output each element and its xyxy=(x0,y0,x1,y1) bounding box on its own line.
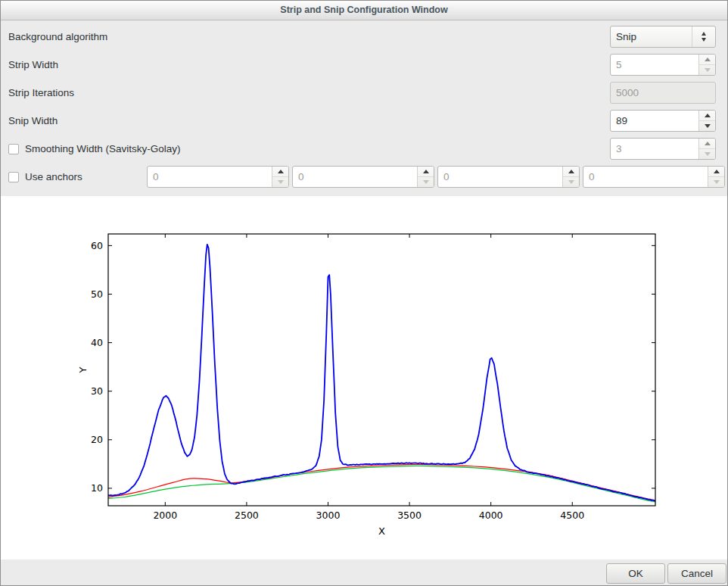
svg-text:2000: 2000 xyxy=(153,510,177,521)
svg-text:2500: 2500 xyxy=(235,510,259,521)
spin-up-icon xyxy=(705,142,711,145)
strip-width-spinbox: 5 xyxy=(610,54,716,76)
svg-text:4500: 4500 xyxy=(560,510,584,521)
spin-up-button xyxy=(272,167,288,177)
spin-up-button[interactable] xyxy=(699,111,715,121)
svg-text:60: 60 xyxy=(91,240,103,251)
background-algorithm-combobox[interactable]: Snip xyxy=(610,26,716,48)
spin-down-button xyxy=(699,149,715,159)
snip-width-label: Snip Width xyxy=(8,115,58,126)
spin-down-icon xyxy=(278,180,284,184)
anchor-1-spinbox: 0 xyxy=(147,166,289,188)
spin-up-icon xyxy=(705,114,711,117)
spin-up-icon xyxy=(568,170,574,173)
svg-text:3000: 3000 xyxy=(316,510,341,521)
spin-up-icon xyxy=(705,58,711,61)
ok-button[interactable]: OK xyxy=(606,563,665,584)
window-title: Strip and Snip Configuration Window xyxy=(1,1,727,20)
strip-iterations-entry: 5000 xyxy=(610,82,716,104)
background-algorithm-label: Background algorithm xyxy=(8,31,107,42)
background-algorithm-value: Snip xyxy=(611,26,692,47)
spin-up-icon xyxy=(278,170,284,173)
svg-text:X: X xyxy=(378,525,385,537)
spin-up-button xyxy=(708,167,724,177)
cancel-button[interactable]: Cancel xyxy=(667,563,726,584)
anchor-3-spinbox: 0 xyxy=(437,166,580,188)
anchor-2-value: 0 xyxy=(293,167,417,187)
anchor-2-spinbox: 0 xyxy=(292,166,434,188)
spin-down-icon xyxy=(714,180,720,184)
svg-text:10: 10 xyxy=(91,482,103,494)
strip-iterations-value: 5000 xyxy=(611,83,715,103)
dropdown-up-icon xyxy=(702,32,706,36)
smoothing-width-spinbox: 3 xyxy=(610,138,716,160)
spin-down-icon xyxy=(423,180,429,184)
spin-down-button xyxy=(272,177,288,187)
spin-down-button xyxy=(699,65,715,75)
titlebar: Strip and Snip Configuration Window xyxy=(1,1,727,20)
smoothing-width-checkbox[interactable] xyxy=(8,144,19,154)
spectrum-chart: 200025003000350040004500102030405060XY xyxy=(1,196,727,560)
svg-text:30: 30 xyxy=(91,385,103,397)
spin-down-icon xyxy=(568,180,574,184)
strip-width-label: Strip Width xyxy=(8,59,58,70)
spin-up-button xyxy=(563,167,579,177)
spin-down-icon xyxy=(705,152,711,156)
svg-text:Y: Y xyxy=(77,366,89,373)
spin-down-icon xyxy=(705,124,711,128)
anchor-1-value: 0 xyxy=(148,167,272,187)
snip-width-value: 89 xyxy=(611,111,698,131)
dropdown-arrows-icon xyxy=(692,26,715,47)
spin-down-icon xyxy=(705,68,711,72)
anchor-4-spinbox: 0 xyxy=(583,166,725,188)
snip-width-spinbox[interactable]: 89 xyxy=(610,110,716,132)
strip-iterations-label: Strip Iterations xyxy=(8,87,74,98)
dropdown-down-icon xyxy=(702,38,706,42)
strip-width-value: 5 xyxy=(611,55,698,75)
spin-up-button xyxy=(418,167,434,177)
anchor-3-value: 0 xyxy=(438,167,562,187)
use-anchors-label: Use anchors xyxy=(25,171,82,182)
spin-down-button xyxy=(418,177,434,187)
svg-text:20: 20 xyxy=(91,434,103,445)
spin-down-button xyxy=(563,177,579,187)
svg-text:3500: 3500 xyxy=(397,510,422,521)
spin-down-button[interactable] xyxy=(699,121,715,131)
spin-up-button xyxy=(699,139,715,149)
svg-text:50: 50 xyxy=(91,288,103,300)
smoothing-width-label: Smoothing Width (Savitsky-Golay) xyxy=(25,143,181,154)
strip-snip-config-window: Strip and Snip Configuration Window Back… xyxy=(0,0,728,586)
spin-up-button xyxy=(699,55,715,65)
smoothing-width-value: 3 xyxy=(611,139,698,159)
svg-text:40: 40 xyxy=(91,337,103,348)
spin-down-button xyxy=(708,177,724,187)
use-anchors-checkbox[interactable] xyxy=(8,172,19,182)
anchor-4-value: 0 xyxy=(583,167,708,187)
spin-up-icon xyxy=(714,170,720,173)
spin-up-icon xyxy=(423,170,429,173)
svg-text:4000: 4000 xyxy=(479,510,503,521)
